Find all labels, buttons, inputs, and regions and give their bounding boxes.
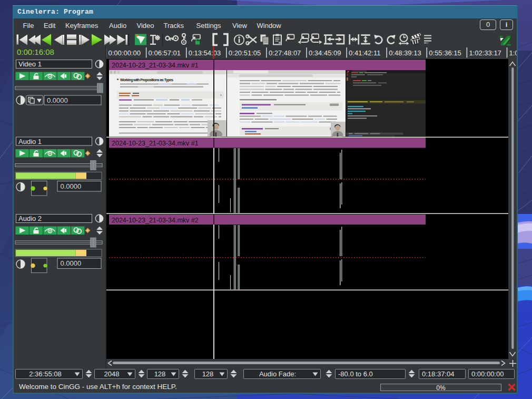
svg-text:2024-10-23_21-03-34.mkv #1: 2024-10-23_21-03-34.mkv #1 bbox=[112, 140, 199, 147]
svg-text:0.0000: 0.0000 bbox=[47, 96, 68, 104]
svg-text:›: › bbox=[220, 93, 222, 98]
svg-text:0:00:00:00: 0:00:00:00 bbox=[109, 49, 141, 57]
svg-text:Working with Propositions as T: Working with Propositions as Types bbox=[120, 77, 173, 82]
svg-text:0:48:39:13: 0:48:39:13 bbox=[389, 49, 421, 57]
svg-text:0:34:45:09: 0:34:45:09 bbox=[309, 49, 341, 57]
svg-text:0:13:54:03: 0:13:54:03 bbox=[189, 49, 221, 57]
svg-text:0.0000: 0.0000 bbox=[61, 259, 82, 267]
svg-text:0:41:42:11: 0:41:42:11 bbox=[349, 49, 380, 57]
svg-text:Audio 2: Audio 2 bbox=[18, 215, 42, 222]
svg-text:0:06:57:01: 0:06:57:01 bbox=[149, 49, 181, 57]
svg-text:0.0000: 0.0000 bbox=[61, 182, 82, 190]
svg-text:Audio 1: Audio 1 bbox=[18, 138, 42, 145]
svg-text:2024-10-23_21-03-34.mkv #1: 2024-10-23_21-03-34.mkv #1 bbox=[112, 62, 199, 69]
svg-text:1:02:33:17: 1:02:33:17 bbox=[469, 49, 501, 57]
svg-text:0:20:51:05: 0:20:51:05 bbox=[229, 49, 261, 57]
svg-text:Video 1: Video 1 bbox=[18, 60, 42, 68]
svg-text:0:27:48:07: 0:27:48:07 bbox=[269, 49, 301, 57]
svg-text:1:09:30:19: 1:09:30:19 bbox=[509, 49, 517, 57]
svg-text:0:00:16:08: 0:00:16:08 bbox=[17, 47, 54, 56]
svg-text:2024-10-23_21-03-34.mkv #2: 2024-10-23_21-03-34.mkv #2 bbox=[112, 217, 199, 224]
svg-text:0:55:36:15: 0:55:36:15 bbox=[429, 49, 461, 57]
